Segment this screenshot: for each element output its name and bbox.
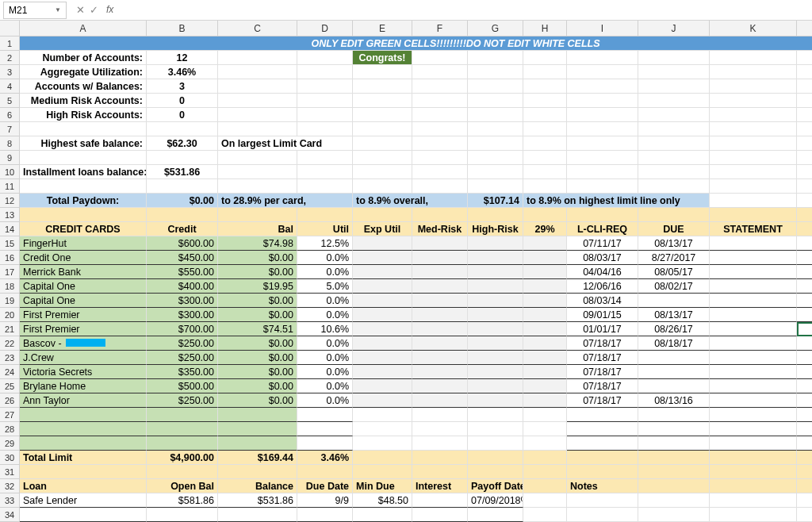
cell[interactable] <box>567 451 638 465</box>
name-box[interactable]: M21 ▼ <box>3 2 67 19</box>
cell[interactable] <box>353 208 412 222</box>
cell[interactable]: Due Date <box>297 479 353 493</box>
cell[interactable] <box>468 322 523 336</box>
cell[interactable]: 07/18/17 <box>567 351 638 365</box>
cell[interactable]: 0.0% <box>297 351 353 365</box>
cell[interactable]: $581.86 <box>147 493 218 508</box>
cell[interactable] <box>353 108 412 122</box>
cell[interactable] <box>523 94 567 108</box>
cell[interactable]: $531.86 <box>218 493 297 508</box>
cell[interactable]: $550.00 <box>147 265 218 279</box>
cell[interactable]: to 8.9% on highest limit line only <box>523 194 710 208</box>
cell[interactable]: Exp Util <box>353 222 412 236</box>
row-header[interactable]: 6 <box>0 108 20 122</box>
cell[interactable] <box>297 408 353 422</box>
cell[interactable] <box>468 336 523 351</box>
cell[interactable] <box>567 208 638 222</box>
cell[interactable] <box>353 422 412 436</box>
cell[interactable]: 07/11/17 <box>567 236 638 251</box>
cell[interactable] <box>412 422 468 436</box>
row-header[interactable]: 8 <box>0 136 20 151</box>
cell[interactable] <box>797 393 812 408</box>
cell[interactable]: 0.0% <box>297 336 353 351</box>
cell[interactable]: 12 <box>147 51 218 65</box>
cell[interactable]: High Risk Accounts: <box>20 108 147 122</box>
cell[interactable] <box>710 65 797 79</box>
cell[interactable] <box>710 365 797 379</box>
cell[interactable] <box>218 179 297 194</box>
cell[interactable] <box>297 165 353 179</box>
cell[interactable] <box>638 165 710 179</box>
cell[interactable] <box>412 151 468 165</box>
cell[interactable]: 0.0% <box>297 308 353 322</box>
cell[interactable]: LAST PAYMENT <box>797 222 812 236</box>
cell[interactable] <box>567 108 638 122</box>
cell[interactable]: to 8.9% overall, <box>353 194 468 208</box>
cell[interactable] <box>468 365 523 379</box>
cell[interactable] <box>353 251 412 265</box>
cell[interactable] <box>710 465 797 479</box>
cell[interactable] <box>523 308 567 322</box>
cell[interactable] <box>468 508 523 522</box>
cell[interactable]: 0.0% <box>297 265 353 279</box>
cell[interactable] <box>567 151 638 165</box>
row-header[interactable]: 20 <box>0 308 20 322</box>
select-all-corner[interactable] <box>0 21 20 36</box>
cell[interactable] <box>218 65 297 79</box>
cell[interactable]: 08/13/16 <box>638 393 710 408</box>
cell[interactable] <box>710 408 797 422</box>
cell[interactable] <box>20 436 147 451</box>
col-header[interactable]: G <box>468 21 523 36</box>
cell[interactable] <box>638 408 710 422</box>
cell[interactable] <box>797 336 812 351</box>
col-header[interactable]: B <box>147 21 218 36</box>
cell[interactable] <box>797 265 812 279</box>
cell[interactable]: $4,900.00 <box>147 451 218 465</box>
cell[interactable] <box>567 422 638 436</box>
cell[interactable] <box>20 179 147 194</box>
cell[interactable]: $400.00 <box>147 279 218 294</box>
cell[interactable] <box>147 179 218 194</box>
cell[interactable]: 07/18/17 <box>567 379 638 393</box>
cell[interactable] <box>638 508 710 522</box>
cell[interactable] <box>523 165 567 179</box>
cell[interactable]: $450.00 <box>147 251 218 265</box>
cell[interactable] <box>523 436 567 451</box>
cell[interactable]: 08/03/14 <box>567 294 638 308</box>
cell[interactable] <box>297 436 353 451</box>
cell[interactable] <box>468 236 523 251</box>
cell[interactable]: 09/01/15 <box>567 308 638 322</box>
cell[interactable]: Loan <box>20 479 147 493</box>
cell[interactable] <box>353 451 412 465</box>
cell[interactable] <box>523 365 567 379</box>
cell[interactable] <box>523 122 567 136</box>
cell[interactable] <box>412 79 468 94</box>
cell[interactable] <box>523 465 567 479</box>
cell[interactable] <box>797 408 812 422</box>
cell[interactable] <box>218 94 297 108</box>
cell[interactable] <box>797 422 812 436</box>
cell[interactable] <box>638 136 710 151</box>
row-header[interactable]: 27 <box>0 408 20 422</box>
cell[interactable] <box>710 122 797 136</box>
cell[interactable] <box>523 179 567 194</box>
cell[interactable]: $0.00 <box>218 379 297 393</box>
spreadsheet-grid[interactable]: ABCDEFGHIJKL1ONLY EDIT GREEN CELLS!!!!!!… <box>0 21 812 522</box>
cell[interactable] <box>797 122 812 136</box>
cell[interactable]: $0.00 <box>218 393 297 408</box>
cell[interactable] <box>353 336 412 351</box>
cell[interactable]: $0.00 <box>147 194 218 208</box>
cell[interactable] <box>468 51 523 65</box>
cell[interactable] <box>567 165 638 179</box>
cell[interactable]: 8/27/2017 <box>638 251 710 265</box>
cell[interactable] <box>147 465 218 479</box>
cell[interactable]: Capital One <box>20 294 147 308</box>
cell[interactable] <box>638 208 710 222</box>
cell[interactable] <box>468 279 523 294</box>
cell[interactable] <box>797 179 812 194</box>
cell[interactable] <box>797 208 812 222</box>
cell[interactable] <box>567 122 638 136</box>
cell[interactable] <box>638 422 710 436</box>
row-header[interactable]: 30 <box>0 451 20 465</box>
cell[interactable] <box>297 465 353 479</box>
